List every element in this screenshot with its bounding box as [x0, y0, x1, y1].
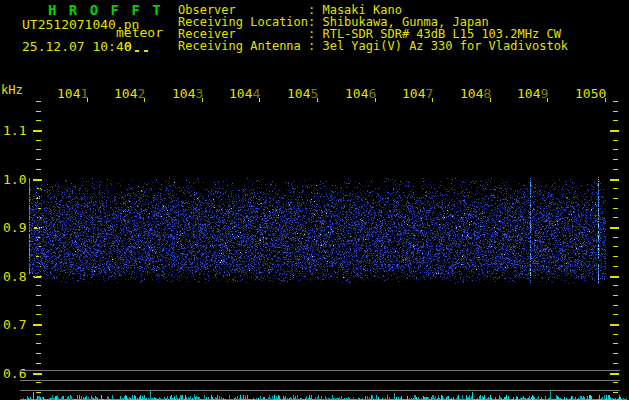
x-axis-label: 1046 [345, 87, 376, 100]
axis-tick [613, 382, 618, 383]
x-axis-label: 1047 [402, 87, 433, 100]
y-axis-label: 0.9 [3, 221, 26, 234]
info-value: : 3el Yagi(V) Az 330 for Vladivostok [308, 39, 568, 53]
axis-tick [36, 149, 41, 150]
filename-overlay-meteor: meteor [116, 26, 163, 39]
x-axis-label-text: 104 [172, 86, 195, 101]
hrofft-screen: H R O F F T UT2512071040.pn meteor 25.12… [0, 0, 629, 400]
axis-tick [613, 111, 618, 112]
axis-tick [36, 314, 41, 315]
info-label: Receiving Antenna [178, 40, 308, 52]
axis-tick [613, 101, 618, 102]
axis-tick [36, 334, 41, 335]
app-title: H R O F F T [48, 3, 163, 17]
x-axis-label: 1041 [57, 87, 88, 100]
axis-tick [613, 198, 618, 199]
axis-tick [144, 98, 145, 102]
axis-tick [317, 98, 318, 102]
axis-tick [36, 363, 41, 364]
axis-tick [36, 382, 41, 383]
axis-tick [36, 159, 41, 160]
axis-tick [36, 285, 41, 286]
axis-tick [613, 295, 618, 296]
axis-tick [613, 208, 618, 209]
y-axis-label: 0.6 [3, 367, 26, 380]
axis-tick [613, 256, 618, 257]
axis-tick [36, 140, 41, 141]
datetime-label: 25.12.07 10:40 [22, 40, 132, 53]
axis-tick [610, 276, 619, 278]
axis-tick [36, 343, 41, 344]
axis-tick [432, 98, 433, 102]
axis-tick [613, 217, 618, 218]
axis-tick [375, 98, 376, 102]
x-axis-label: 1043 [172, 87, 203, 100]
axis-tick [613, 334, 618, 335]
axis-tick [610, 227, 619, 229]
count-underscore-mark [144, 50, 148, 52]
axis-tick [36, 120, 41, 121]
axis-tick [613, 120, 618, 121]
axis-tick [33, 324, 42, 326]
x-axis-label-text: 104 [345, 86, 368, 101]
axis-tick [610, 324, 619, 326]
axis-tick [613, 285, 618, 286]
axis-tick [547, 98, 548, 102]
axis-tick [613, 353, 618, 354]
station-info-row: Receiving Antenna: 3el Yagi(V) Az 330 fo… [178, 40, 568, 52]
axis-tick [613, 237, 618, 238]
baseline-line [20, 380, 620, 381]
axis-tick [613, 363, 618, 364]
x-axis-label: 1045 [287, 87, 318, 100]
axis-tick [605, 98, 606, 102]
spectrogram-noise-band [29, 175, 606, 285]
axis-tick [36, 169, 41, 170]
echo-count: 0 [124, 40, 132, 53]
count-underscore-mark [135, 50, 139, 52]
axis-tick [36, 305, 41, 306]
axis-tick [36, 295, 41, 296]
x-axis-label-text: 104 [229, 86, 252, 101]
x-axis-label: 1049 [517, 87, 548, 100]
axis-tick [33, 373, 42, 375]
axis-tick [613, 149, 618, 150]
x-axis-label: 1044 [229, 87, 260, 100]
axis-tick [610, 179, 619, 181]
axis-tick [490, 98, 491, 102]
x-axis-label-text: 104 [57, 86, 80, 101]
x-axis-label-text: 104 [114, 86, 137, 101]
x-axis-label: 1048 [460, 87, 491, 100]
x-axis-label-text: 104 [460, 86, 483, 101]
axis-tick [36, 111, 41, 112]
axis-tick [202, 98, 203, 102]
y-axis-label: 0.8 [3, 270, 26, 283]
axis-tick [610, 130, 619, 132]
axis-tick [613, 188, 618, 189]
axis-tick [613, 159, 618, 160]
axis-tick [36, 101, 41, 102]
x-axis-label: 1050 [575, 87, 606, 100]
axis-tick [613, 140, 618, 141]
axis-tick [87, 98, 88, 102]
axis-tick [33, 130, 42, 132]
y-axis-label: 1.0 [3, 173, 26, 186]
y-axis-label: 0.7 [3, 318, 26, 331]
baseline-line [20, 370, 620, 371]
y-axis-label: 1.1 [3, 124, 26, 137]
y-axis-unit-label: kHz [1, 84, 23, 96]
axis-tick [613, 266, 618, 267]
axis-tick [610, 373, 619, 375]
axis-tick [259, 98, 260, 102]
signal-level-trace [20, 390, 627, 400]
axis-tick [613, 169, 618, 170]
axis-tick [36, 353, 41, 354]
axis-tick [613, 246, 618, 247]
x-axis-label: 1042 [114, 87, 145, 100]
axis-tick [613, 343, 618, 344]
x-axis-label-text: 104 [402, 86, 425, 101]
axis-tick [613, 305, 618, 306]
x-axis-label-text: 104 [517, 86, 540, 101]
axis-tick [613, 314, 618, 315]
x-axis-label-text: 104 [287, 86, 310, 101]
